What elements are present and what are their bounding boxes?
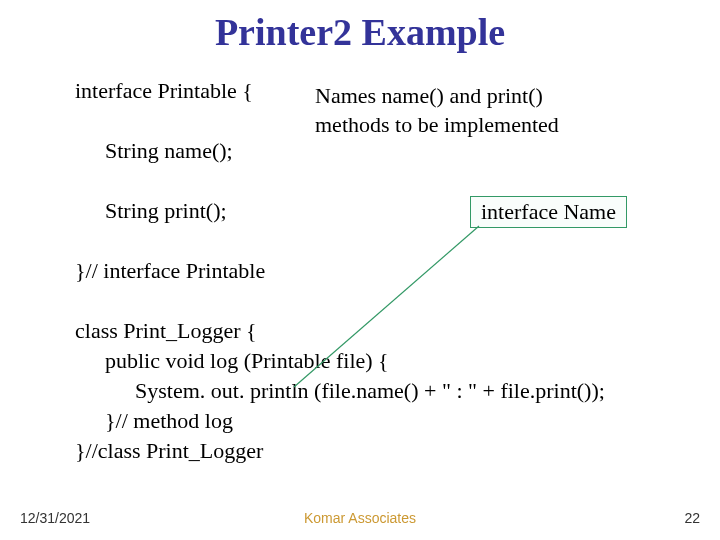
- code-line-2: String name();: [105, 138, 233, 164]
- code-line-7: System. out. println (file.name() + " : …: [135, 378, 605, 404]
- slide-title: Printer2 Example: [0, 10, 720, 54]
- code-line-5: class Print_Logger {: [75, 318, 257, 344]
- code-line-4: }// interface Printable: [75, 258, 265, 284]
- footer-center: Komar Associates: [0, 510, 720, 526]
- annotation-box: interface Name: [470, 196, 627, 228]
- code-line-6: public void log (Printable file) {: [105, 348, 389, 374]
- annotation-note: Names name() and print() methods to be i…: [315, 82, 615, 139]
- code-line-1: interface Printable {: [75, 78, 253, 104]
- code-line-9: }//class Print_Logger: [75, 438, 263, 464]
- code-line-3: String print();: [105, 198, 227, 224]
- footer-page-number: 22: [684, 510, 700, 526]
- code-line-8: }// method log: [105, 408, 233, 434]
